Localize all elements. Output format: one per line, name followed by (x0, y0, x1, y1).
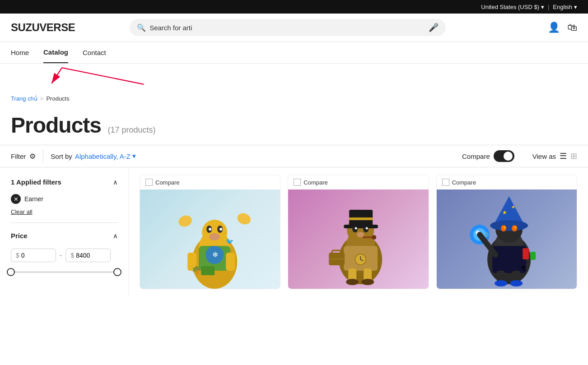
svg-point-56 (501, 225, 506, 231)
price-inputs: $ - $ (11, 249, 117, 262)
range-thumb-max[interactable] (113, 268, 121, 276)
range-thumb-min[interactable] (7, 268, 15, 276)
price-range-slider[interactable] (11, 268, 117, 277)
product-card-1: Compare ❄ (140, 175, 280, 289)
svg-point-28 (363, 226, 369, 232)
filter-sort-divider (43, 150, 43, 162)
svg-point-67 (510, 280, 523, 286)
compare-section: Compare (462, 150, 514, 162)
search-bar: 🔍 🎤 (130, 19, 446, 36)
product-2-compare-row: Compare (288, 175, 428, 189)
remove-filter-earner[interactable]: ✕ (11, 194, 21, 204)
svg-text:★: ★ (502, 209, 507, 216)
range-track (11, 271, 117, 273)
product-1-image: ❄ 🌴 🐦 (140, 189, 280, 289)
region-selector[interactable]: United States (USD $) ▾ (481, 4, 544, 10)
annotation-arrow (45, 64, 149, 88)
svg-point-31 (357, 232, 364, 237)
site-logo[interactable]: SUZUVERSE (11, 21, 75, 34)
product-3-compare-label: Compare (452, 179, 476, 186)
product-count: (17 products) (107, 125, 155, 134)
svg-point-27 (352, 226, 358, 232)
clear-all-link[interactable]: Clear all (11, 208, 117, 215)
applied-filters-chevron[interactable]: ∧ (113, 179, 117, 186)
svg-point-29 (355, 227, 357, 230)
svg-rect-15 (226, 253, 235, 271)
top-bar: United States (USD $) ▾ | English ▾ (0, 0, 588, 14)
product-2-compare-label: Compare (303, 179, 327, 186)
breadcrumb-home[interactable]: Trang chủ (11, 95, 37, 102)
svg-point-5 (202, 220, 227, 245)
price-min-dollar: $ (16, 252, 19, 259)
price-min-input[interactable] (21, 252, 48, 259)
svg-point-44 (361, 279, 374, 285)
mic-icon[interactable]: 🎤 (429, 23, 439, 32)
product-1-compare-row: Compare (140, 175, 280, 189)
price-max-dollar: $ (70, 252, 74, 259)
product-1-compare-label: Compare (155, 179, 179, 186)
header-icons: 👤 🛍 (548, 22, 577, 33)
language-label: English (553, 4, 572, 10)
product-2-image (288, 189, 428, 289)
svg-point-8 (209, 228, 211, 231)
topbar-divider: | (548, 4, 549, 10)
product-1-svg: ❄ 🌴 🐦 (140, 189, 280, 289)
applied-filters-header: 1 Applied filters ∧ (11, 175, 117, 189)
price-max-input[interactable] (76, 252, 103, 259)
cart-icon[interactable]: 🛍 (567, 22, 577, 33)
breadcrumb: Trang chủ > Products (0, 91, 588, 102)
svg-text:❄: ❄ (212, 251, 218, 259)
svg-point-30 (366, 227, 368, 230)
sort-value-text: Alphabetically, A-Z (75, 152, 131, 160)
price-min-input-wrapper: $ (11, 249, 56, 262)
filter-tag-earner: ✕ Earner (11, 194, 117, 204)
product-3-compare-row: Compare (437, 175, 577, 189)
svg-line-2 (62, 68, 144, 84)
svg-point-10 (209, 233, 220, 240)
search-icon: 🔍 (137, 23, 146, 32)
search-input[interactable] (149, 24, 425, 32)
nav-item-contact[interactable]: Contact (83, 42, 106, 63)
product-card-3: Compare ★ ★ (436, 175, 577, 289)
nav-item-home[interactable]: Home (11, 42, 29, 63)
region-label: United States (USD $) (481, 4, 539, 10)
products-grid: Compare ❄ (140, 175, 577, 289)
sort-label: Sort by (51, 152, 72, 160)
product-2-svg (288, 189, 428, 289)
applied-filters-label: 1 Applied filters (11, 178, 61, 186)
main-nav: Home Catalog Contact (0, 42, 588, 64)
svg-rect-18 (201, 266, 215, 275)
grid-view-icon[interactable]: ⊞ (570, 151, 577, 161)
filter-button[interactable]: Filter ⚙ (11, 152, 36, 161)
product-2-compare-checkbox[interactable] (294, 179, 301, 186)
list-view-icon[interactable]: ☰ (560, 151, 567, 161)
svg-text:🐦: 🐦 (226, 238, 234, 245)
svg-rect-36 (332, 250, 341, 254)
products-area: Compare ❄ (129, 167, 588, 296)
header: SUZUVERSE 🔍 🎤 👤 🛍 (0, 14, 588, 42)
svg-point-66 (495, 280, 507, 286)
page-title-section: Products (17 products) (0, 102, 588, 145)
compare-toggle[interactable] (494, 150, 514, 162)
account-icon[interactable]: 👤 (548, 22, 560, 33)
svg-rect-61 (523, 248, 529, 259)
svg-point-9 (219, 228, 222, 231)
view-as-label: View as (532, 152, 556, 160)
svg-point-58 (503, 226, 505, 229)
nav-item-catalog[interactable]: Catalog (43, 42, 68, 63)
product-card-2: Compare (288, 175, 429, 289)
language-selector[interactable]: English ▾ (553, 4, 577, 10)
product-3-svg: ★ ★ ☽ (437, 189, 577, 289)
price-dash: - (60, 251, 62, 259)
price-chevron-icon[interactable]: ∧ (113, 232, 117, 240)
product-1-compare-checkbox[interactable] (145, 179, 153, 186)
filter-label: Filter (11, 152, 26, 160)
compare-label: Compare (462, 152, 490, 160)
sort-value[interactable]: Alphabetically, A-Z ▾ (75, 152, 136, 160)
sort-chevron-icon: ▾ (132, 152, 136, 160)
svg-point-49 (490, 220, 528, 231)
view-section: View as ☰ ⊞ (532, 151, 577, 161)
product-3-compare-checkbox[interactable] (442, 179, 449, 186)
page-title: Products (11, 113, 101, 137)
price-max-input-wrapper: $ (65, 249, 111, 262)
